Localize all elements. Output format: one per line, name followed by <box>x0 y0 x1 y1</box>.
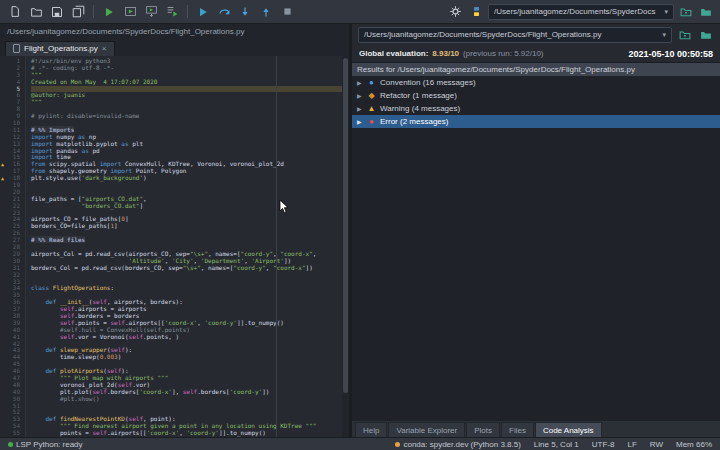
browse-directory-button[interactable] <box>697 3 714 20</box>
status-bar: LSP Python: ready conda: spyder.dev (Pyt… <box>0 437 720 450</box>
tab-code-analysis[interactable]: Code Analysis <box>535 422 602 437</box>
conda-env-status[interactable]: conda: spyder.dev (Python 3.8.5) <box>395 440 520 449</box>
spyder-window: /Users/juanitagomez/Documents/SpyderDocs… <box>0 0 720 450</box>
eol-status: LF <box>627 440 636 449</box>
step-over-button[interactable] <box>215 3 233 21</box>
code-token: # %% Read files <box>31 236 85 243</box>
code-area[interactable]: #!/usr/bin/env python3# -*- coding: utf-… <box>26 56 349 437</box>
working-directory-select[interactable]: /Users/juanitagomez/Documents/SpyderDocs… <box>488 4 674 20</box>
run-cell-button[interactable] <box>121 3 139 21</box>
code-line[interactable]: class FlightOperations: <box>31 285 349 292</box>
analyze-parent-button[interactable] <box>676 26 693 43</box>
analyze-browse-button[interactable] <box>697 26 714 43</box>
run-file-button[interactable] <box>100 3 118 21</box>
code-token: self <box>92 429 106 436</box>
code-line[interactable] <box>31 272 349 279</box>
evaluation-score: 8.93/10 <box>432 49 459 58</box>
code-line[interactable]: borders_Col = pd.read_csv(borders_CO, se… <box>31 265 349 272</box>
code-line[interactable]: """ <box>31 99 349 106</box>
code-line[interactable] <box>31 182 349 189</box>
code-line[interactable] <box>31 120 349 127</box>
code-line[interactable]: "borders_CO.dat"] <box>31 203 349 210</box>
tab-files[interactable]: Files <box>501 422 534 437</box>
new-file-button[interactable] <box>6 3 24 21</box>
code-line[interactable]: # -*- coding: utf-8 -*- <box>31 65 349 72</box>
save-file-icon <box>51 6 63 18</box>
code-token: .borders[ <box>107 388 140 395</box>
analysis-row-warning[interactable]: ▶▲Warning (4 messages) <box>352 102 720 115</box>
code-token: ]) <box>262 388 269 395</box>
code-editor[interactable]: 123456789101112131415▲1617▲1819202122232… <box>0 56 349 437</box>
tab-help[interactable]: Help <box>355 422 387 437</box>
python-env-button[interactable] <box>467 3 485 21</box>
code-token: ]) <box>306 264 313 271</box>
analysis-file-select[interactable]: /Users/juanitagomez/Documents/SpyderDocs… <box>358 27 672 43</box>
code-token: ]].to_numpy() <box>219 429 266 436</box>
code-line[interactable]: points = self.airports[['coord-x', 'coor… <box>31 430 349 437</box>
parent-directory-button[interactable] <box>677 3 694 20</box>
folder-up-icon <box>678 29 692 41</box>
analysis-row-error[interactable]: ▶●Error (2 messages) <box>352 115 720 128</box>
code-token <box>31 202 82 209</box>
preferences-button[interactable] <box>446 3 464 21</box>
close-icon[interactable]: × <box>102 45 107 53</box>
code-line[interactable]: # %% Read files <box>31 237 349 244</box>
open-file-button[interactable] <box>27 3 45 21</box>
code-token: time.sleep( <box>31 353 100 360</box>
code-line[interactable] <box>31 403 349 410</box>
editor-breadcrumb: /Users/juanitagomez/Documents/SpyderDocs… <box>0 24 349 39</box>
code-line[interactable]: self.vor = Voronoi(self.points, ) <box>31 334 349 341</box>
run-selection-button[interactable] <box>163 3 181 21</box>
code-token: 'coord-y' <box>204 319 237 326</box>
tab-flight-operations[interactable]: Flight_Operations.py × <box>5 41 115 56</box>
step-out-button[interactable] <box>257 3 275 21</box>
code-token: Created on Mon May 4 17:07:07 2020 <box>31 78 157 85</box>
global-evaluation-label: Global evaluation: <box>359 49 428 58</box>
code-line[interactable]: Created on Mon May 4 17:07:07 2020 <box>31 79 349 86</box>
debug-file-button[interactable] <box>194 3 212 21</box>
stop-debug-button[interactable] <box>278 3 296 21</box>
toolbar-separator <box>187 5 188 18</box>
tab-plots[interactable]: Plots <box>466 422 500 437</box>
step-into-button[interactable] <box>236 3 254 21</box>
lsp-ready-icon <box>8 442 13 447</box>
new-file-icon <box>9 5 21 18</box>
save-all-button[interactable] <box>69 3 87 21</box>
code-line[interactable]: @author: juanis <box>31 92 349 99</box>
tab-label: Flight_Operations.py <box>24 44 98 53</box>
previous-run-score: (previous run: 5.92/10) <box>463 49 544 58</box>
code-token: ] <box>139 202 143 209</box>
code-line[interactable]: #plt.show() <box>31 396 349 403</box>
code-token: 'dark_background' <box>82 174 143 181</box>
code-token: 0.003 <box>100 353 118 360</box>
chevron-right-icon[interactable]: ▶ <box>357 105 363 112</box>
run-cell-advance-button[interactable] <box>142 3 160 21</box>
chevron-right-icon[interactable]: ▶ <box>357 92 363 99</box>
step-out-icon <box>260 6 272 18</box>
python-env-icon <box>470 5 483 18</box>
code-line[interactable]: # pylint: disable=invalid-name <box>31 113 349 120</box>
code-line[interactable]: import pandas as pd <box>31 148 349 155</box>
tab-variable-explorer[interactable]: Variable Explorer <box>388 422 465 437</box>
chevron-right-icon[interactable]: ▶ <box>357 118 363 125</box>
code-line[interactable]: time.sleep(0.003) <box>31 354 349 361</box>
code-token: : <box>110 284 114 291</box>
code-line[interactable]: plt.style.use('dark_background') <box>31 175 349 182</box>
code-token: .points, ) <box>143 333 179 340</box>
refactor-icon: ◆ <box>367 91 376 100</box>
results-header: Results for /Users/juanitagomez/Document… <box>352 63 720 76</box>
editor-scrollbar[interactable] <box>342 56 349 437</box>
gutter-warning-icon: ▲ <box>1 161 4 168</box>
scrollbar-thumb[interactable] <box>343 58 348 393</box>
cursor-position-status: Line 5, Col 1 <box>534 440 579 449</box>
code-line[interactable]: borders_CO=file_paths[1] <box>31 223 349 230</box>
code-token: # -*- coding: utf-8 -*- <box>31 64 114 71</box>
chevron-right-icon[interactable]: ▶ <box>357 79 363 86</box>
code-token: as <box>82 147 93 154</box>
analysis-row-refactor[interactable]: ▶◆Refactor (1 message) <box>352 89 720 102</box>
analysis-row-convention[interactable]: ▶●Convention (16 messages) <box>352 76 720 89</box>
save-file-button[interactable] <box>48 3 66 21</box>
stop-debug-icon <box>282 6 293 17</box>
debug-file-icon <box>197 6 209 18</box>
code-token: ] <box>125 215 129 222</box>
